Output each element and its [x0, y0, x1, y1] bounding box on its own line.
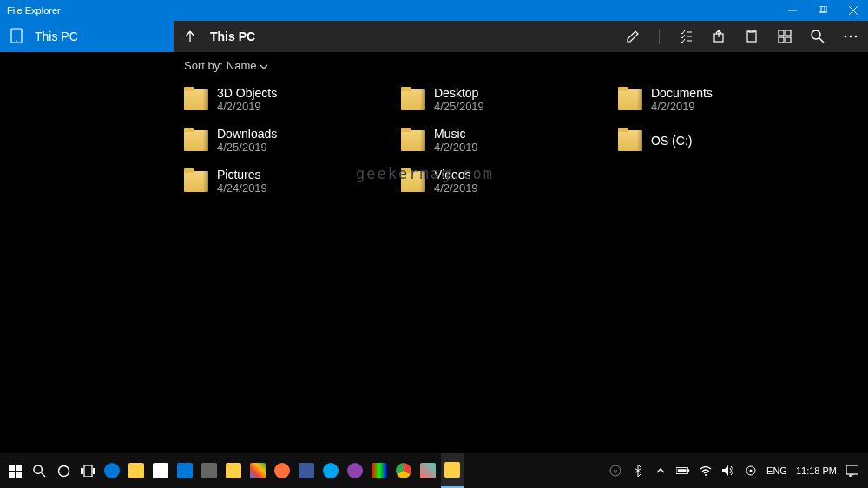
taskbar-app[interactable] [344, 453, 366, 488]
taskbar-app[interactable] [295, 453, 318, 488]
svg-rect-21 [9, 472, 15, 478]
file-name: Documents [651, 86, 713, 100]
file-name: 3D Objects [217, 86, 277, 100]
paste-icon[interactable] [745, 30, 759, 43]
select-icon[interactable] [679, 30, 693, 43]
svg-rect-32 [687, 469, 689, 472]
close-button[interactable] [838, 0, 868, 21]
tray-language[interactable]: ENG [766, 465, 787, 476]
svg-rect-26 [81, 468, 83, 474]
taskbar-app[interactable] [319, 453, 342, 488]
file-name: Pictures [217, 168, 267, 181]
folder-item[interactable]: Music4/2/2019 [401, 127, 618, 154]
share-icon[interactable] [712, 30, 726, 43]
file-date: 4/25/2019 [434, 100, 484, 113]
sort-label: Sort by: [184, 59, 223, 72]
svg-rect-12 [779, 37, 784, 43]
file-date: 4/2/2019 [434, 181, 478, 195]
folder-item[interactable]: 3D Objects4/2/2019 [184, 86, 401, 113]
taskbar-app-explorer-active[interactable] [441, 453, 464, 488]
tray-wifi-icon[interactable] [699, 464, 713, 478]
folder-icon [184, 130, 208, 151]
view-icon[interactable] [778, 30, 792, 43]
file-date: 4/25/2019 [217, 141, 277, 154]
tray-battery-icon[interactable] [676, 464, 690, 478]
toolbar: This PC [174, 21, 868, 52]
svg-rect-20 [16, 465, 22, 471]
toolbar-divider [659, 29, 660, 44]
file-name: Downloads [217, 127, 277, 141]
tray-time[interactable]: 11:18 PM [796, 465, 837, 476]
tray-notifications-icon[interactable] [845, 464, 859, 478]
svg-rect-28 [93, 468, 95, 474]
folder-item[interactable]: Desktop4/25/2019 [401, 86, 618, 113]
titlebar: File Explorer [0, 0, 868, 21]
folder-icon [618, 130, 642, 151]
svg-rect-11 [786, 30, 791, 36]
folder-icon [618, 89, 642, 110]
svg-rect-13 [786, 37, 791, 43]
svg-point-23 [33, 465, 41, 472]
sidebar-item-this-pc[interactable]: This PC [0, 21, 174, 52]
taskbar: v ENG 11:18 PM [0, 453, 868, 488]
file-name: OS (C:) [651, 134, 692, 148]
taskbar-app[interactable] [368, 453, 391, 488]
minimize-button[interactable] [777, 0, 807, 21]
taskbar-app-explorer[interactable] [125, 453, 148, 488]
svg-rect-33 [678, 469, 687, 472]
taskbar-app[interactable] [417, 453, 439, 488]
watermark: geekermag.com [356, 165, 494, 182]
svg-point-18 [855, 36, 858, 38]
chevron-down-icon [260, 59, 268, 72]
file-date: 4/2/2019 [434, 141, 478, 154]
taskbar-app[interactable] [198, 453, 220, 488]
taskbar-app-mail[interactable] [174, 453, 196, 488]
taskbar-app[interactable] [247, 453, 269, 488]
maximize-button[interactable] [807, 0, 838, 21]
taskbar-app-store[interactable] [149, 453, 172, 488]
svg-point-16 [845, 36, 847, 38]
taskbar-app[interactable] [222, 453, 245, 488]
file-date: 4/2/2019 [217, 100, 277, 113]
tray-chevron-up-icon[interactable] [654, 464, 667, 478]
svg-rect-10 [779, 30, 784, 36]
folder-item[interactable]: Downloads4/25/2019 [184, 127, 401, 154]
start-button[interactable] [3, 453, 26, 488]
sort-value: Name [227, 59, 257, 72]
svg-line-15 [819, 38, 824, 43]
folder-icon [184, 89, 208, 110]
tray-bluetooth-icon[interactable] [631, 464, 645, 478]
taskbar-app-edge[interactable] [101, 453, 123, 488]
folder-item[interactable]: Documents4/2/2019 [618, 86, 835, 113]
file-date: 4/2/2019 [651, 100, 713, 113]
file-name: Music [434, 127, 478, 141]
taskview-button[interactable] [76, 453, 99, 488]
file-date: 4/24/2019 [217, 181, 267, 195]
svg-point-17 [850, 36, 852, 38]
svg-text:v: v [614, 467, 617, 475]
up-arrow-icon[interactable] [184, 30, 196, 43]
sidebar-item-label: This PC [35, 30, 78, 43]
svg-point-25 [58, 465, 69, 476]
tray-user-icon[interactable]: v [608, 464, 622, 478]
tray-location-icon[interactable] [744, 464, 758, 478]
more-icon[interactable] [844, 35, 858, 38]
tray-volume-icon[interactable] [721, 464, 735, 478]
drive-item[interactable]: OS (C:) [618, 127, 835, 154]
svg-rect-19 [9, 465, 15, 471]
file-name: Desktop [434, 86, 484, 100]
cortana-button[interactable] [52, 453, 75, 488]
sidebar: This PC [0, 21, 174, 453]
taskbar-app-firefox[interactable] [271, 453, 293, 488]
svg-rect-27 [84, 465, 92, 477]
folder-icon [401, 130, 425, 151]
edit-icon[interactable] [626, 30, 640, 43]
svg-point-6 [16, 40, 17, 42]
taskbar-app-chrome[interactable] [392, 453, 415, 488]
search-button[interactable] [28, 453, 50, 488]
sort-bar[interactable]: Sort by: Name [174, 52, 868, 79]
tablet-icon [10, 28, 23, 46]
search-icon[interactable] [811, 30, 825, 43]
files-grid: 3D Objects4/2/2019 Desktop4/25/2019 Docu… [174, 79, 868, 201]
svg-rect-37 [846, 465, 858, 474]
